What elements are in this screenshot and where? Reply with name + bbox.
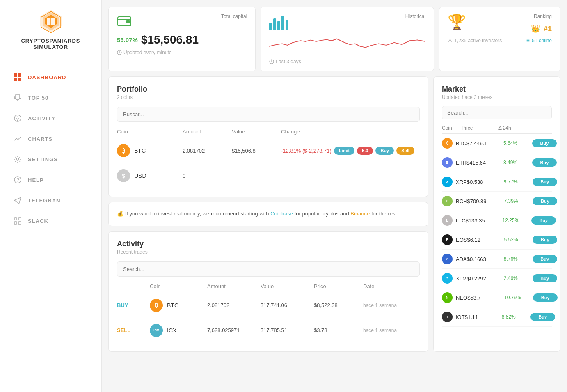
info-text-before: If you want to invest real money, we rec… (125, 211, 269, 217)
num-tag[interactable]: 5.0 (357, 147, 373, 155)
market-coin-name: ETH (456, 160, 466, 166)
app-name: CRYPTOSPANIARDS (21, 38, 80, 44)
portfolio-row-btc: ₿ BTC 2.081702 $15,506.8 -12.81% ($-2,27… (117, 138, 420, 163)
market-price: $1.11 (465, 314, 502, 320)
market-buy-button[interactable]: Buy (532, 158, 557, 167)
coinbase-link[interactable]: Coinbase (270, 211, 293, 217)
market-row: * XLM $0.2292 2.46% Buy (442, 269, 552, 288)
market-coin-cell: E EOS (442, 234, 467, 245)
market-buy-button[interactable]: Buy (531, 216, 556, 225)
market-row: ₿ BTC $7,449.1 5.64% Buy (442, 134, 552, 153)
market-buy-button[interactable]: Buy (533, 274, 557, 282)
market-badge: Ξ (442, 157, 453, 168)
market-badge: I (442, 312, 453, 322)
usd-badge: $ (117, 169, 130, 182)
market-buy-button[interactable]: Buy (530, 313, 555, 321)
market-coin-name: LTC (456, 218, 466, 224)
act-btc-value: $17,741.06 (261, 302, 314, 308)
trophy-large-icon: 🏆 (448, 14, 466, 31)
act-col-value: Value (261, 283, 314, 289)
total-capital-values: 55.07% $15,506.81 (117, 33, 247, 46)
market-change: 10.79% (504, 295, 533, 300)
svg-point-14 (17, 116, 18, 117)
bottom-main: Portfolio 2 coins Coin Amount Value Chan… (108, 76, 560, 352)
portfolio-search[interactable] (117, 107, 420, 122)
binance-link[interactable]: Binance (350, 211, 370, 217)
portfolio-title: Portfolio (117, 85, 420, 94)
ranking-crown: 👑 (531, 25, 540, 33)
svg-rect-26 (126, 20, 130, 23)
market-search[interactable] (442, 106, 552, 119)
market-coin-cell: * XLM (442, 273, 467, 284)
market-coin-cell: A ADA (442, 254, 467, 264)
portfolio-table-header: Coin Amount Value Change (117, 125, 420, 138)
market-coin-name: IOT (456, 314, 465, 320)
sidebar-item-top50[interactable]: TOP 50 (0, 87, 101, 108)
historical-header: Historical (269, 14, 425, 30)
market-change: 8.76% (504, 256, 533, 262)
sidebar-item-dashboard[interactable]: DASHBOARD (0, 67, 101, 87)
market-buy-button[interactable]: Buy (533, 255, 557, 263)
act-icx-price: $3.78 (314, 327, 363, 333)
mkt-col-action (527, 125, 552, 131)
app-subtitle: SIMULATOR (33, 44, 68, 50)
dashboard-icon (13, 73, 22, 82)
activity-table-header: Coin Amount Value Price Date (117, 280, 420, 293)
market-rows: ₿ BTC $7,449.1 5.64% Buy Ξ ETH $415.64 8… (442, 134, 552, 327)
sidebar-item-activity[interactable]: ACTIVITY (0, 108, 101, 128)
charts-label: CHARTS (28, 136, 53, 142)
sell-tag[interactable]: Sell (396, 147, 414, 155)
dashboard-label: DASHBOARD (28, 74, 66, 80)
market-price: $6.12 (467, 237, 504, 243)
market-panel: Market Updated hace 3 meses Coin Price Δ… (433, 76, 560, 352)
act-icx-amount: 7,628.025971 (207, 327, 261, 333)
usd-name: USD (134, 172, 146, 179)
act-btc-price: $8,522.38 (314, 302, 363, 308)
svg-rect-23 (14, 222, 17, 224)
market-coin-cell: B BCH (442, 196, 467, 206)
market-price: $0.2292 (467, 275, 504, 282)
activity-subtitle: Recent trades (117, 249, 420, 255)
buy-tag[interactable]: Buy (375, 147, 394, 155)
market-change: 2.46% (504, 275, 533, 281)
market-buy-button[interactable]: Buy (533, 236, 557, 244)
btc-amount: 2.081702 (183, 148, 232, 154)
sidebar-item-slack[interactable]: SLACK (0, 211, 101, 231)
market-buy-button[interactable]: Buy (532, 139, 557, 147)
limit-tag[interactable]: Limit (334, 147, 354, 155)
market-row: I IOT $1.11 8.82% Buy (442, 307, 552, 327)
market-buy-button[interactable]: Buy (533, 178, 557, 186)
market-title: Market (442, 85, 552, 94)
market-price: $0.538 (467, 179, 504, 185)
mkt-col-change: Δ 24h (498, 125, 527, 131)
activity-search[interactable] (117, 261, 420, 277)
act-btc-amount: 2.081702 (207, 302, 261, 308)
act-icx-name: ICX (167, 327, 176, 334)
market-change: 7.39% (504, 198, 533, 204)
charts-icon (13, 134, 22, 143)
total-capital-header: Total capital (117, 14, 247, 30)
act-icx-badge: ICX (150, 324, 163, 337)
act-icx-value: $17,785.51 (261, 327, 314, 333)
market-coin-cell: I IOT (442, 312, 465, 322)
market-row: A ADA $0.1663 8.76% Buy (442, 250, 552, 269)
sidebar-item-charts[interactable]: CHARTS (0, 128, 101, 149)
sidebar-item-help[interactable]: ? HELP (0, 170, 101, 190)
logo-area: CRYPTOSPANIARDS SIMULATOR (21, 8, 80, 50)
sidebar-item-settings[interactable]: SETTINGS (0, 149, 101, 170)
market-coin-name: BCH (456, 198, 467, 204)
market-change: 8.82% (502, 314, 530, 320)
market-row: B BCH $709.89 7.39% Buy (442, 192, 552, 211)
market-subtitle: Updated hace 3 meses (442, 94, 552, 100)
sidebar-item-telegram[interactable]: TELEGRAM (0, 190, 101, 211)
market-coin-name: ADA (456, 256, 467, 262)
slack-icon (13, 216, 22, 225)
market-buy-button[interactable]: Buy (533, 197, 557, 205)
sidebar-divider (10, 62, 91, 62)
svg-point-18 (16, 158, 19, 160)
market-buy-button[interactable]: Buy (533, 293, 558, 302)
svg-rect-8 (18, 73, 21, 77)
market-change: 9.77% (504, 179, 533, 185)
market-coin-cell: ₿ BTC (442, 138, 466, 149)
market-coin-name: XRP (456, 179, 467, 185)
